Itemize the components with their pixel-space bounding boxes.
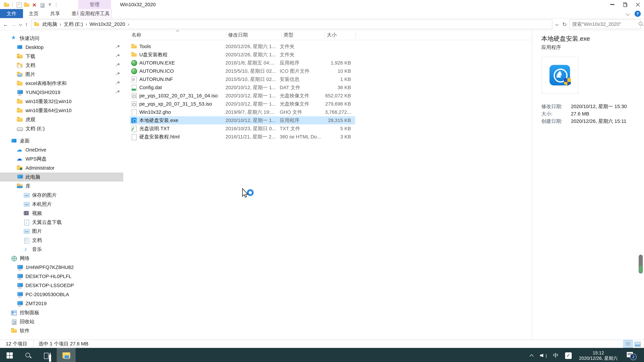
history-chevron-icon[interactable] xyxy=(18,22,22,26)
sidebar-item[interactable]: 文档 xyxy=(0,61,123,70)
file-row[interactable]: pe_yqs_1032_20_07_31_16_04.iso2020/10/12… xyxy=(130,91,355,100)
minimize-button[interactable] xyxy=(606,0,618,9)
context-tab-manage[interactable]: 管理 xyxy=(78,0,111,9)
details-view-button[interactable] xyxy=(624,341,632,348)
sidebar-item[interactable]: DESKTOP-LSSOEDP xyxy=(0,281,123,290)
file-row[interactable]: AUTORUN.ICO2015/5/10, 星期日 02...ICO 图片文件1… xyxy=(130,67,355,75)
ime-tool-button[interactable]: ✓ xyxy=(562,348,575,362)
file-row[interactable]: 光盘说明.TXT2016/10/23, 星期日 0...TXT 文件5 KB xyxy=(130,124,355,133)
tab-0[interactable]: 文件 xyxy=(0,9,23,18)
sidebar-item[interactable]: Administrator xyxy=(0,163,123,172)
doc-check-icon[interactable] xyxy=(16,2,22,7)
sidebar-item[interactable]: 1H4WPFQ7KZ8HU82 xyxy=(0,263,123,272)
file-row[interactable]: Tools2020/12/26, 星期六 1...文件夹 xyxy=(130,42,355,50)
sidebar-item[interactable]: 视频 xyxy=(0,209,123,218)
breadcrumb-item[interactable]: 此电脑 xyxy=(41,21,59,28)
sidebar-item[interactable]: 图片 xyxy=(0,70,123,79)
sidebar-item-label: win10重装32位win10 xyxy=(26,98,72,105)
sidebar-item[interactable]: WPS网盘 xyxy=(0,154,123,163)
sidebar-item[interactable]: 快速访问 xyxy=(0,34,123,43)
column-header-2[interactable]: 类型 xyxy=(282,32,325,39)
file-explorer-taskbar-button[interactable] xyxy=(57,348,76,362)
doc-vcd-icon xyxy=(131,84,137,90)
sidebar-item[interactable]: 桌面 xyxy=(0,136,123,145)
cloud-wps-icon xyxy=(16,156,23,162)
sidebar-item[interactable]: 保存的图片 xyxy=(0,191,123,200)
thumbnail-view-button[interactable] xyxy=(633,341,642,348)
selection-summary: 选中 1 个项目 27.6 MB xyxy=(33,341,94,348)
sidebar-item[interactable]: YUNQISHI2019 xyxy=(0,88,123,97)
sidebar-item[interactable]: 控制面板 xyxy=(0,308,123,317)
pin-icon[interactable] xyxy=(116,81,120,85)
file-row[interactable]: Win10x32.gho2019/9/7, 星期六 19:...GHO 文件3,… xyxy=(130,108,355,116)
sidebar-item[interactable]: 回收站 xyxy=(0,317,123,326)
recycle-bin-icon[interactable] xyxy=(40,2,45,7)
sidebar-item[interactable]: 天翼云盘下载 xyxy=(0,218,123,227)
maximize-restore-button[interactable] xyxy=(618,0,631,9)
sidebar-item[interactable]: OneDrive xyxy=(0,145,123,155)
action-center-button[interactable]: 2 xyxy=(622,348,644,362)
ime-indicator[interactable]: 中 xyxy=(550,348,562,362)
file-row[interactable]: U盘安装教程2020/12/26, 星期六 1...文件夹 xyxy=(130,50,355,59)
sidebar-item[interactable]: ZMT2019 xyxy=(0,299,123,308)
search-input[interactable] xyxy=(570,21,638,27)
sidebar-item[interactable]: 本机照片 xyxy=(0,200,123,209)
help-icon[interactable]: ? xyxy=(634,10,641,16)
file-row[interactable]: pe_yqs_xp_20_07_31_15_53.iso2020/10/12, … xyxy=(130,100,355,108)
clock[interactable]: 15:12 2020/12/26, 星期六 xyxy=(575,348,622,362)
taskbar-search-button[interactable] xyxy=(19,348,38,362)
sidebar-item[interactable]: 文档 xyxy=(0,236,123,245)
breadcrumb-item[interactable]: 文档 (E:) xyxy=(62,21,84,28)
sidebar-item[interactable]: 网络 xyxy=(0,254,123,263)
refresh-icon[interactable]: ↻ xyxy=(562,21,567,27)
tray-chevron-button[interactable] xyxy=(526,348,537,362)
file-row[interactable]: AUTORUN.INF2015/5/10, 星期日 02...安装信息1 KB xyxy=(130,75,355,83)
sidebar-item[interactable]: 软件 xyxy=(0,326,123,335)
sidebar-item[interactable]: win10重装64位win10 xyxy=(0,106,123,115)
column-header-3[interactable]: 大小 xyxy=(325,32,356,39)
file-row[interactable]: 本地硬盘安装.exe2020/10/12, 星期一 1...应用程序28,315… xyxy=(130,116,355,124)
start-button[interactable] xyxy=(0,348,19,362)
scroll-indicator-widget[interactable] xyxy=(639,255,643,274)
up-arrow-icon[interactable]: ↑ xyxy=(23,21,30,27)
search-box[interactable] xyxy=(569,19,641,29)
breadcrumb[interactable]: 此电脑›文档 (E:)›Win10x32_2020› xyxy=(31,19,552,29)
sidebar-item[interactable]: Desktop xyxy=(0,43,123,52)
volume-button[interactable] xyxy=(537,348,550,362)
pin-icon[interactable] xyxy=(116,90,120,94)
pin-icon[interactable] xyxy=(116,54,120,58)
file-row[interactable]: Config.dat2020/10/12, 星期一 1...DAT 文件36 K… xyxy=(130,83,355,91)
breadcrumb-item[interactable]: Win10x32_2020 xyxy=(88,21,127,27)
file-row[interactable]: AUTORUN.EXE2016/1/8, 星期五 04:...应用程序1,926… xyxy=(130,59,355,67)
pin-icon[interactable] xyxy=(116,63,120,67)
tab-application-tools[interactable]: 应用程序工具 xyxy=(78,9,112,18)
sidebar-item[interactable]: 库 xyxy=(0,182,123,191)
app-blue-icon xyxy=(131,117,137,123)
sidebar-item[interactable]: win10重装32位win10 xyxy=(0,97,123,106)
sidebar-item[interactable]: excel表格制作求和 xyxy=(0,79,123,88)
forward-arrow-icon[interactable]: → xyxy=(10,21,17,27)
delete-x-icon[interactable] xyxy=(32,2,37,7)
address-dropdown-icon[interactable] xyxy=(555,22,559,26)
sidebar-item[interactable]: DESKTOP-HL0PLFL xyxy=(0,272,123,281)
column-header-1[interactable]: 修改日期 xyxy=(226,32,282,39)
pin-icon[interactable] xyxy=(116,45,120,49)
expand-ribbon-icon[interactable] xyxy=(626,12,630,15)
tab-2[interactable]: 共享 xyxy=(44,9,66,18)
sidebar-item[interactable]: 文档 (E:) xyxy=(0,124,123,133)
file-row[interactable]: 硬盘安装教程.html2016/11/21, 星期一 2...360 se HT… xyxy=(130,133,355,141)
sidebar-item[interactable]: PC-20190530OBLA xyxy=(0,290,123,299)
sidebar-item[interactable]: 虎观 xyxy=(0,115,123,124)
back-arrow-icon[interactable]: ← xyxy=(2,21,9,27)
sidebar-item[interactable]: 音乐 xyxy=(0,245,123,254)
sidebar-item[interactable]: 此电脑 xyxy=(0,172,123,182)
folder-icon[interactable] xyxy=(4,2,9,7)
sidebar-item[interactable]: ↓下载 xyxy=(0,52,123,61)
task-view-button[interactable] xyxy=(38,348,57,362)
pin-icon[interactable] xyxy=(116,72,120,76)
tab-1[interactable]: 主页 xyxy=(23,9,44,18)
sidebar-item[interactable]: 图片 xyxy=(0,227,123,236)
folder-icon[interactable] xyxy=(24,2,29,7)
close-button[interactable] xyxy=(631,0,644,9)
caret-down-icon[interactable] xyxy=(47,2,53,7)
